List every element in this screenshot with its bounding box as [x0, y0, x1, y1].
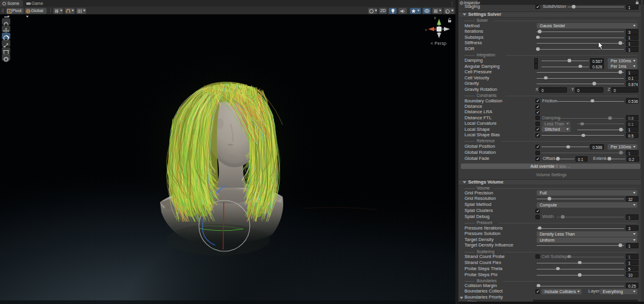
svg-text:< Persp: < Persp	[431, 41, 446, 46]
svg-text:y: y	[434, 16, 436, 19]
svg-text:x: x	[425, 28, 427, 31]
